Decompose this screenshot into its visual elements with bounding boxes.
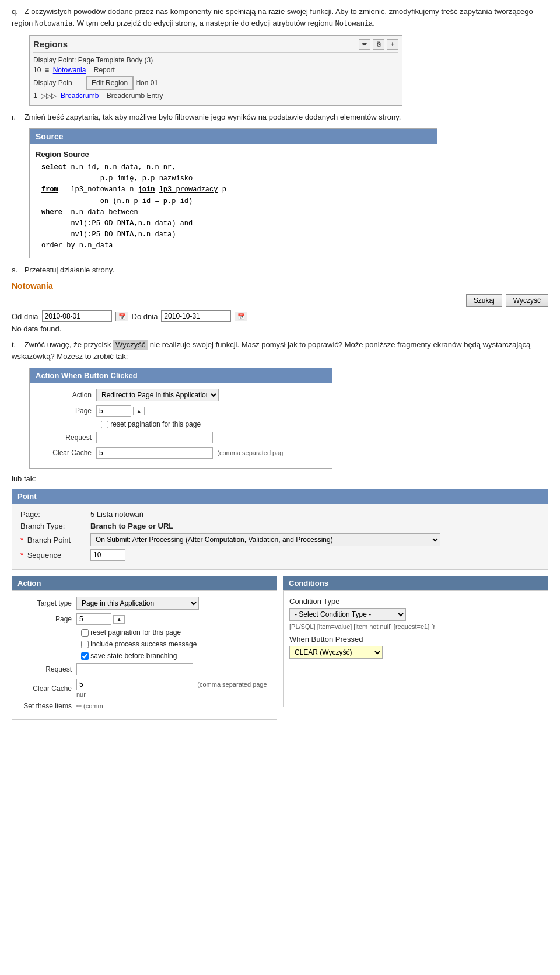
page-input[interactable] bbox=[96, 405, 131, 417]
section-q: q. Z oczywistych powodów dodane przez na… bbox=[12, 6, 548, 29]
kw-from: from bbox=[41, 186, 58, 194]
action2-reset-row: reset pagination for this page bbox=[81, 628, 271, 637]
action2-page-value: ▲ bbox=[76, 613, 271, 625]
od-dnia-label: Od dnia bbox=[12, 312, 38, 321]
clear-cache-value-container: (comma separated pag bbox=[96, 447, 324, 459]
bottom-two-columns: Action Target type Page in this Applicat… bbox=[12, 576, 548, 720]
action2-clear-cache-input[interactable] bbox=[76, 679, 193, 690]
source-box: Source Region Source select n.n_id, n.n_… bbox=[29, 128, 438, 258]
do-dnia-input[interactable] bbox=[161, 310, 231, 322]
display-point-1: Display Point: Page Template Body (3) bbox=[33, 56, 398, 64]
action-box-title: Action When Button Clicked bbox=[30, 368, 332, 383]
condition-type-select[interactable]: - Select Condition Type - bbox=[289, 608, 406, 621]
action2-target-label: Target type bbox=[18, 599, 76, 607]
sequence-input[interactable] bbox=[90, 549, 125, 561]
step-s-text: Przetestuj działanie strony. bbox=[24, 265, 114, 274]
fn-nvl1: nvl bbox=[71, 219, 83, 228]
conditions-header: Conditions bbox=[283, 576, 548, 590]
action2-set-items-icon: ✏ (comm bbox=[76, 703, 103, 710]
regions-title: Regions ✏ ⎘ + bbox=[33, 39, 398, 53]
source-title: Source bbox=[30, 129, 437, 144]
action2-save-checkbox[interactable] bbox=[81, 652, 89, 660]
region-row-2-num: 1 bbox=[33, 92, 37, 100]
do-dnia-calendar-icon[interactable]: 📅 bbox=[235, 312, 247, 321]
regions-icons: ✏ ⎘ + bbox=[359, 39, 398, 50]
kw-join: join bbox=[138, 186, 155, 194]
action2-target-select[interactable]: Page in this Application bbox=[76, 597, 199, 610]
display-point-2a: Display Poin bbox=[33, 79, 72, 87]
regions-title-text: Regions bbox=[33, 39, 68, 49]
action2-page-input[interactable] bbox=[76, 613, 111, 625]
point-branch-point-value: On Submit: After Processing (After Compu… bbox=[90, 533, 540, 546]
kw-select: select bbox=[41, 163, 66, 172]
edit-region-popup[interactable]: Edit Region bbox=[86, 76, 134, 90]
page-up-icon[interactable]: ▲ bbox=[133, 407, 145, 415]
branch-point-label-text: Branch Point bbox=[27, 536, 71, 544]
step-q-text: Z oczywistych powodów dodane przez nas k… bbox=[12, 7, 533, 27]
display-point-2: Display Poin Edit Region ition 01 bbox=[33, 76, 398, 90]
notowania-link[interactable]: Notowania bbox=[53, 66, 86, 74]
no-data-text: No data found. bbox=[12, 324, 548, 333]
notowania-controls: Szukaj Wyczyść bbox=[12, 294, 548, 307]
conditions-inner: Condition Type - Select Condition Type -… bbox=[283, 590, 548, 707]
section-t: t. Zwróć uwagę, że przycisk Wyczyść nie … bbox=[12, 339, 548, 362]
cond-links-text: [PL/SQL] [item=value] [item not null] [r… bbox=[289, 623, 435, 630]
fn-between: between bbox=[108, 208, 138, 216]
clear-wyczysc-select[interactable]: CLEAR (Wyczyść) bbox=[289, 646, 383, 659]
copy-icon[interactable]: ⎘ bbox=[373, 39, 384, 50]
request-input[interactable] bbox=[96, 432, 213, 443]
edit-icon[interactable]: ✏ bbox=[359, 39, 370, 50]
lub-tak-label: lub tak: bbox=[12, 474, 548, 483]
wyczysc-button[interactable]: Wyczyść bbox=[506, 294, 548, 307]
action2-request-input[interactable] bbox=[76, 663, 193, 675]
od-dnia-input[interactable] bbox=[42, 310, 112, 322]
action-form-row-page: Page ▲ bbox=[38, 405, 324, 417]
action2-page-up-icon[interactable]: ▲ bbox=[113, 615, 125, 624]
step-q-label: q. bbox=[12, 6, 22, 18]
clear-cache-input[interactable] bbox=[96, 447, 213, 459]
action2-reset-checkbox[interactable] bbox=[81, 629, 89, 637]
comma-note: (comma separated pag bbox=[217, 449, 283, 456]
point-row-sequence: * Sequence bbox=[20, 549, 540, 561]
reset-pagination-checkbox[interactable] bbox=[101, 421, 108, 428]
page-value-container: ▲ bbox=[96, 405, 324, 417]
action2-request-row: Request bbox=[18, 663, 271, 675]
step-r-label: r. bbox=[12, 111, 22, 123]
action2-include-row: include process success message bbox=[81, 640, 271, 648]
action2-clear-cache-label: Clear Cache bbox=[18, 684, 76, 693]
display-point-2b: ition 01 bbox=[135, 79, 158, 87]
branch-point-select[interactable]: On Submit: After Processing (After Compu… bbox=[90, 533, 440, 546]
action-label: Action bbox=[38, 391, 96, 399]
action2-include-checkbox[interactable] bbox=[81, 641, 89, 648]
action2-target-value: Page in this Application bbox=[76, 597, 271, 610]
date-row: Od dnia 📅 Do dnia 📅 bbox=[12, 310, 548, 322]
action2-target-type-row: Target type Page in this Application bbox=[18, 597, 271, 610]
step-r-text: Zmień treść zapytania, tak aby możliwe b… bbox=[24, 113, 401, 121]
regions-screenshot-box: Regions ✏ ⎘ + Display Point: Page Templa… bbox=[29, 35, 402, 106]
clear-cache-label: Clear Cache bbox=[38, 449, 96, 457]
action-form-row-action: Action Redirect to Page in this Applicat… bbox=[38, 389, 324, 401]
od-dnia-calendar-icon[interactable]: 📅 bbox=[116, 312, 128, 321]
reset-pagination-label: reset pagination for this page bbox=[110, 420, 201, 428]
point-header: Point bbox=[12, 489, 548, 504]
fn-nazwisko: nazwisko bbox=[159, 174, 193, 183]
required-star-branch: * bbox=[20, 536, 23, 544]
notowania-title: Notowania bbox=[12, 281, 548, 291]
action2-clear-cache-row: Clear Cache (comma separated page nur bbox=[18, 679, 271, 698]
region-row-1-report: Report bbox=[94, 66, 115, 74]
action-select[interactable]: Redirect to Page in this Application bbox=[96, 389, 219, 401]
action-when-button-clicked-box: Action When Button Clicked Action Redire… bbox=[29, 368, 332, 469]
point-page-label: Page: bbox=[20, 510, 90, 519]
action2-set-items-label: Set these items bbox=[18, 702, 76, 710]
page-label: Page bbox=[38, 407, 96, 415]
action2-clear-cache-value: (comma separated page nur bbox=[76, 679, 271, 698]
add-icon[interactable]: + bbox=[387, 39, 398, 50]
fn-prowadzacy: lp3_prowadzacy bbox=[159, 186, 218, 194]
action2-set-items-row: Set these items ✏ (comm bbox=[18, 702, 271, 710]
action2-request-label: Request bbox=[18, 665, 76, 673]
action-section-2-inner: Target type Page in this Application Pag… bbox=[12, 590, 277, 720]
required-star-seq: * bbox=[20, 551, 23, 560]
breadcrumb-link[interactable]: Breadcrumb bbox=[61, 92, 99, 100]
szukaj-button[interactable]: Szukaj bbox=[466, 294, 502, 307]
action2-save-label: save state before branching bbox=[90, 652, 177, 660]
